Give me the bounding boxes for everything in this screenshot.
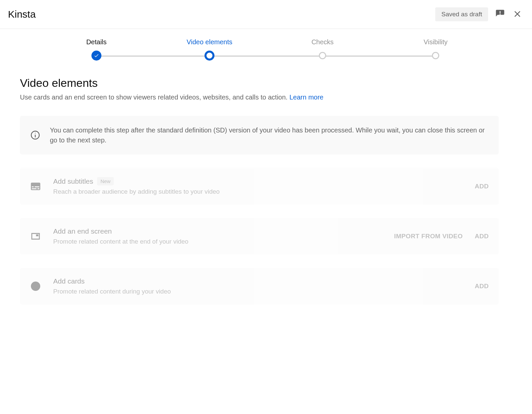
info-icon — [30, 130, 50, 140]
step-circle-active — [204, 51, 214, 61]
cards-info-icon — [30, 281, 50, 292]
feedback-icon — [495, 9, 505, 20]
header-bar: Kinsta Saved as draft — [0, 0, 532, 29]
end-screen-icon — [30, 231, 50, 242]
end-screen-title: Add an end screen — [53, 227, 112, 235]
main-content: Video elements Use cards and an end scre… — [0, 61, 519, 305]
add-end-screen-card: Add an end screen Promote related conten… — [20, 218, 499, 255]
info-card: You can complete this step after the sta… — [20, 116, 499, 154]
page-subtitle: Use cards and an end screen to show view… — [20, 94, 499, 101]
option-actions: IMPORT FROM VIDEO ADD — [394, 233, 489, 240]
cards-desc: Promote related content during your vide… — [53, 288, 475, 295]
step-visibility[interactable]: Visibility — [379, 38, 492, 61]
stepper: Details Video elements Checks — [0, 29, 532, 61]
learn-more-link[interactable]: Learn more — [289, 94, 323, 101]
subtitles-desc: Reach a broader audience by adding subti… — [53, 188, 475, 195]
new-badge: New — [97, 177, 114, 185]
subtitles-icon — [30, 181, 50, 192]
header-title: Kinsta — [8, 9, 36, 20]
page-title: Video elements — [20, 77, 499, 90]
step-label: Checks — [312, 38, 334, 46]
end-screen-desc: Promote related content at the end of yo… — [53, 238, 394, 245]
add-end-screen-button[interactable]: ADD — [475, 233, 489, 240]
option-text: Add subtitles New Reach a broader audien… — [53, 177, 475, 195]
svg-point-2 — [35, 133, 36, 133]
close-button[interactable] — [512, 9, 523, 20]
svg-point-5 — [35, 284, 36, 284]
step-label: Details — [86, 38, 106, 46]
add-subtitles-button[interactable]: ADD — [475, 183, 489, 190]
option-actions: ADD — [475, 283, 489, 290]
option-text: Add cards Promote related content during… — [53, 277, 475, 295]
option-actions: ADD — [475, 183, 489, 190]
cards-title: Add cards — [53, 277, 85, 285]
feedback-button[interactable] — [495, 9, 505, 20]
add-cards-button[interactable]: ADD — [475, 283, 489, 290]
add-cards-card: Add cards Promote related content during… — [20, 268, 499, 305]
option-text: Add an end screen Promote related conten… — [53, 227, 394, 245]
page-subtitle-text: Use cards and an end screen to show view… — [20, 94, 289, 101]
saved-as-draft-badge: Saved as draft — [435, 7, 488, 21]
import-from-video-button[interactable]: IMPORT FROM VIDEO — [394, 233, 463, 240]
step-circle-upcoming — [432, 52, 439, 59]
add-subtitles-card: Add subtitles New Reach a broader audien… — [20, 168, 499, 205]
step-label: Visibility — [424, 38, 448, 46]
info-text: You can complete this step after the sta… — [50, 125, 489, 145]
step-circle-upcoming — [319, 52, 326, 59]
step-video-elements[interactable]: Video elements — [153, 38, 266, 61]
step-label: Video elements — [187, 38, 232, 46]
close-icon — [512, 9, 522, 20]
subtitles-title: Add subtitles — [53, 177, 93, 185]
step-checks[interactable]: Checks — [266, 38, 379, 61]
header-actions: Saved as draft — [435, 7, 523, 21]
step-details[interactable]: Details — [40, 38, 153, 61]
check-icon — [91, 51, 101, 61]
